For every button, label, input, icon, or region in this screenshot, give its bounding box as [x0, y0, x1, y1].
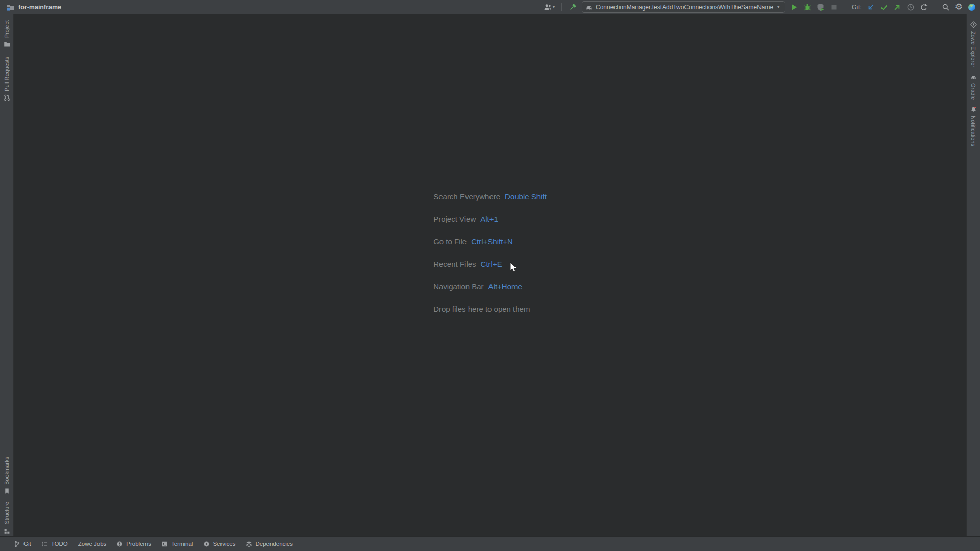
- right-tool-stripe: Zowe Explorer Gradle Notifications: [966, 14, 980, 536]
- drop-files-hint: Drop files here to open them: [433, 305, 530, 313]
- shortcut-action: Navigation Bar: [433, 282, 483, 291]
- zowe-explorer-icon: [970, 21, 977, 28]
- toolwindow-label: Services: [213, 541, 235, 547]
- notification-bell-icon: [970, 106, 977, 113]
- chevron-down-icon: ▾: [553, 5, 555, 9]
- run-with-coverage-button[interactable]: [817, 3, 825, 11]
- run-configuration-select[interactable]: ConnectionManager.testAddTwoConnectionsW…: [582, 1, 785, 13]
- toolwindow-label: Zowe Jobs: [78, 541, 107, 547]
- user-account-button[interactable]: ▾: [544, 3, 555, 11]
- run-button[interactable]: [790, 3, 798, 11]
- shortcut-row: Navigation Bar Alt+Home: [433, 282, 547, 291]
- commit-check-icon: [880, 3, 888, 11]
- run-play-icon: [790, 3, 798, 11]
- gradle-icon: [585, 4, 593, 11]
- workspace: Project Pull Requests Bookmarks: [0, 14, 980, 536]
- shortcut-keys: Ctrl+E: [481, 260, 502, 268]
- editor-empty-area: Search Everywhere Double Shift Project V…: [14, 14, 966, 536]
- bottom-tool-bar: Git TODO Zowe Jobs Problems Terminal: [0, 536, 980, 551]
- shortcut-row: Go to File Ctrl+Shift+N: [433, 237, 547, 246]
- toolbar-separator: [845, 3, 845, 11]
- dropdown-caret-icon: ▼: [776, 5, 780, 9]
- toolwindow-button-dependencies[interactable]: Dependencies: [241, 537, 298, 551]
- problems-icon: [116, 541, 123, 547]
- git-update-button[interactable]: [867, 3, 875, 11]
- tool-window-label: Bookmarks: [4, 457, 10, 485]
- local-history-button[interactable]: [906, 3, 915, 11]
- shortcut-keys: Alt+Home: [488, 282, 522, 291]
- rollback-button[interactable]: [920, 3, 928, 11]
- shortcut-keys: Ctrl+Shift+N: [471, 237, 513, 246]
- toolwindow-button-todo[interactable]: TODO: [37, 537, 72, 551]
- drop-hint-row: Drop files here to open them: [433, 305, 547, 313]
- git-toolbar-label: Git:: [852, 4, 862, 11]
- tool-window-label: Pull Requests: [4, 57, 10, 91]
- tool-window-label: Zowe Explorer: [970, 31, 976, 67]
- todo-list-icon: [41, 541, 48, 547]
- profile-avatar[interactable]: [968, 3, 976, 11]
- shortcut-keys: Alt+1: [480, 215, 498, 223]
- tool-window-label: Project: [4, 20, 10, 38]
- toolwindow-label: Git: [23, 541, 31, 547]
- debug-bug-icon: [803, 3, 812, 11]
- sidebar-item-gradle[interactable]: Gradle: [970, 73, 977, 100]
- coverage-shield-icon: [817, 3, 825, 11]
- project-folder-icon: [6, 3, 14, 11]
- tool-window-label: Notifications: [970, 116, 976, 146]
- shortcut-row: Search Everywhere Double Shift: [433, 192, 547, 201]
- folder-icon: [4, 41, 10, 47]
- tool-window-label: Gradle: [970, 83, 976, 100]
- shortcut-action: Search Everywhere: [433, 192, 500, 201]
- build-project-button[interactable]: [569, 3, 577, 11]
- left-tool-stripe: Project Pull Requests Bookmarks: [0, 14, 14, 536]
- gear-icon: ⚙: [955, 3, 963, 11]
- debug-button[interactable]: [803, 3, 812, 11]
- services-icon: [203, 541, 210, 547]
- undo-arrow-icon: [920, 3, 928, 11]
- toolwindow-button-terminal[interactable]: Terminal: [157, 537, 198, 551]
- git-commit-button[interactable]: [880, 3, 888, 11]
- tool-window-label: Structure: [4, 502, 10, 524]
- sidebar-item-bookmarks[interactable]: Bookmarks: [4, 457, 10, 494]
- hammer-icon: [569, 3, 577, 11]
- terminal-icon: [161, 541, 168, 547]
- sidebar-item-pull-requests[interactable]: Pull Requests: [4, 57, 10, 101]
- bookmark-icon: [4, 488, 10, 494]
- shortcut-action: Recent Files: [433, 260, 476, 268]
- shortcut-row: Recent Files Ctrl+E: [433, 260, 547, 268]
- sidebar-item-structure[interactable]: Structure: [4, 502, 10, 534]
- toolwindow-label: Problems: [126, 541, 151, 547]
- toolwindow-button-problems[interactable]: Problems: [112, 537, 156, 551]
- shortcut-action: Project View: [433, 215, 476, 223]
- git-push-button[interactable]: [893, 3, 901, 11]
- update-arrow-icon: [867, 3, 875, 11]
- user-icon: [544, 3, 552, 11]
- git-branch-icon: [14, 541, 20, 547]
- structure-icon: [4, 528, 10, 534]
- shortcut-row: Project View Alt+1: [433, 215, 547, 223]
- search-everywhere-button[interactable]: [942, 3, 950, 11]
- search-icon: [942, 3, 950, 11]
- toolbar-separator: [561, 3, 562, 11]
- toolwindow-button-services[interactable]: Services: [199, 537, 240, 551]
- toolwindow-button-zowe-jobs[interactable]: Zowe Jobs: [74, 537, 111, 551]
- shortcut-action: Go to File: [433, 237, 467, 246]
- sidebar-item-notifications[interactable]: Notifications: [970, 106, 977, 146]
- sidebar-item-project[interactable]: Project: [4, 20, 10, 47]
- run-configuration-name: ConnectionManager.testAddTwoConnectionsW…: [596, 4, 773, 11]
- title-bar: for-mainframe ▾: [0, 0, 980, 14]
- sidebar-item-zowe-explorer[interactable]: Zowe Explorer: [970, 21, 977, 67]
- toolwindow-label: TODO: [51, 541, 68, 547]
- stop-button[interactable]: [830, 3, 838, 11]
- pull-request-icon: [4, 94, 10, 101]
- toolwindow-label: Terminal: [171, 541, 193, 547]
- stop-square-icon: [830, 3, 838, 11]
- settings-button[interactable]: ⚙: [955, 3, 963, 11]
- dependencies-layers-icon: [246, 541, 252, 547]
- mouse-cursor: [510, 262, 519, 274]
- avatar-icon: [968, 3, 976, 11]
- shortcuts-panel: Search Everywhere Double Shift Project V…: [433, 192, 547, 313]
- push-arrow-icon: [893, 3, 901, 11]
- toolwindow-button-git[interactable]: Git: [9, 537, 36, 551]
- shortcut-keys: Double Shift: [505, 192, 547, 201]
